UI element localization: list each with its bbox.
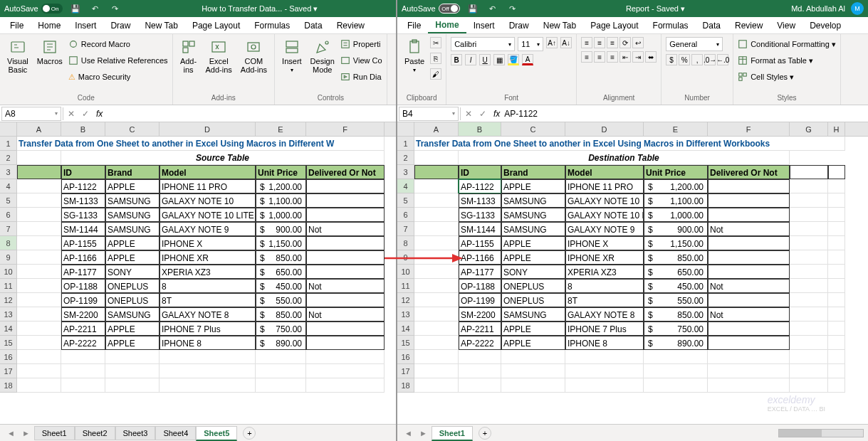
row-header-6[interactable]: 6	[397, 208, 414, 222]
row-header-10[interactable]: 10	[397, 265, 414, 279]
data-cell[interactable]: SAMSUNG	[105, 193, 160, 208]
empty-cell[interactable]	[105, 378, 160, 393]
row-header-17[interactable]: 17	[397, 364, 414, 378]
data-cell[interactable]: IPHONE 11 PRO	[160, 179, 256, 193]
col-header-B[interactable]: B	[61, 122, 105, 136]
ribbon-tab-review[interactable]: Review	[728, 18, 770, 33]
orientation-icon[interactable]: ⟳	[619, 37, 631, 48]
row-header-9[interactable]: 9	[397, 250, 414, 265]
record-macro-button[interactable]: Record Macro	[68, 37, 168, 51]
empty-cell[interactable]	[160, 364, 256, 378]
col-header-B[interactable]: B	[459, 122, 501, 136]
conditional-formatting-button[interactable]: Conditional Formatting ▾	[738, 37, 836, 51]
row-header-12[interactable]: 12	[397, 293, 414, 307]
data-cell[interactable]: 8	[160, 279, 256, 293]
data-cell[interactable]: GALAXY NOTE 10 L	[565, 208, 644, 222]
data-cell[interactable]: 8T	[565, 293, 644, 307]
data-cell[interactable]: IPHONE X	[160, 236, 256, 250]
row-header-7[interactable]: 7	[397, 222, 414, 236]
row-header-10[interactable]: 10	[0, 265, 17, 279]
wrap-text-icon[interactable]: ↩	[632, 37, 644, 48]
data-cell[interactable]: IPHONE XR	[565, 250, 644, 265]
data-cell[interactable]	[708, 208, 790, 222]
underline-icon[interactable]: U	[479, 54, 491, 65]
data-cell[interactable]: IPHONE X	[565, 236, 644, 250]
col-header-C[interactable]: C	[501, 122, 565, 136]
empty-cell[interactable]	[790, 364, 828, 378]
data-cell[interactable]: AP-1177	[459, 265, 501, 279]
data-cell[interactable]: SAMSUNG	[105, 222, 160, 236]
empty-cell[interactable]	[790, 350, 828, 364]
sheet-tab-sheet3[interactable]: Sheet3	[115, 426, 156, 440]
empty-cell[interactable]	[501, 364, 565, 378]
enter-formula-icon[interactable]: ✓	[479, 109, 489, 119]
ribbon-tab-page-layout[interactable]: Page Layout	[583, 18, 645, 33]
data-cell[interactable]: AP-1122	[459, 179, 501, 193]
empty-cell[interactable]	[306, 364, 385, 378]
left-grid[interactable]: ABCDEF 1Transfer Data from One Sheet to …	[0, 122, 396, 424]
empty-cell[interactable]	[17, 378, 61, 393]
fill-color-icon[interactable]: 🪣	[508, 54, 519, 65]
empty-cell[interactable]	[105, 350, 160, 364]
macros-button[interactable]: Macros	[34, 37, 66, 67]
row-header-18[interactable]: 18	[397, 378, 414, 393]
insert-control-button[interactable]: Insert▾	[279, 37, 305, 75]
empty-cell[interactable]	[644, 350, 708, 364]
data-cell[interactable]	[306, 208, 385, 222]
com-addins-button[interactable]: COM Add-ins	[238, 37, 270, 75]
data-cell[interactable]: OP-1199	[459, 293, 501, 307]
empty-cell[interactable]	[501, 378, 565, 393]
ribbon-tab-data[interactable]: Data	[297, 18, 329, 33]
data-cell[interactable]: $1,200.00	[644, 179, 708, 193]
ribbon-tab-draw[interactable]: Draw	[103, 18, 137, 33]
empty-cell[interactable]	[414, 364, 459, 378]
row-header-14[interactable]: 14	[0, 322, 17, 336]
empty-cell[interactable]	[414, 378, 459, 393]
empty-cell[interactable]	[17, 364, 61, 378]
sheet-tab-sheet1[interactable]: Sheet1	[432, 426, 473, 441]
empty-cell[interactable]	[160, 378, 256, 393]
data-cell[interactable]: APPLE	[501, 336, 565, 350]
decrease-indent-icon[interactable]: ⇤	[619, 51, 631, 63]
row-header-16[interactable]: 16	[0, 350, 17, 364]
align-middle-icon[interactable]: ≡	[594, 37, 605, 48]
data-cell[interactable]: AP-2222	[61, 336, 105, 350]
data-cell[interactable]: IPHONE 11 PRO	[565, 179, 644, 193]
align-center-icon[interactable]: ≡	[594, 51, 605, 63]
col-header-D[interactable]: D	[160, 122, 256, 136]
undo-icon[interactable]: ↶	[486, 1, 500, 16]
currency-icon[interactable]: $	[666, 54, 677, 65]
data-cell[interactable]: APPLE	[501, 322, 565, 336]
data-cell[interactable]: ONEPLUS	[501, 279, 565, 293]
data-cell[interactable]: ONEPLUS	[105, 293, 160, 307]
ribbon-tab-page-layout[interactable]: Page Layout	[185, 18, 247, 33]
data-cell[interactable]	[306, 322, 385, 336]
data-cell[interactable]	[306, 265, 385, 279]
data-cell[interactable]: $1,150.00	[256, 236, 306, 250]
fx-icon[interactable]: fx	[96, 109, 103, 119]
undo-icon[interactable]: ↶	[88, 1, 103, 16]
row-header-8[interactable]: 8	[397, 236, 414, 250]
user-avatar[interactable]: M	[851, 2, 864, 15]
data-cell[interactable]: APPLE	[501, 179, 565, 193]
data-cell[interactable]: AP-1155	[459, 236, 501, 250]
ribbon-tab-new-tab[interactable]: New Tab	[137, 18, 184, 33]
ribbon-tab-view[interactable]: View	[770, 18, 802, 33]
data-cell[interactable]: $850.00	[644, 307, 708, 322]
macro-security-button[interactable]: ⚠Macro Security	[68, 70, 168, 84]
data-cell[interactable]: 8	[565, 279, 644, 293]
data-cell[interactable]: IPHONE 8	[565, 336, 644, 350]
col-header-E[interactable]: E	[644, 122, 708, 136]
view-code-button[interactable]: View Co	[340, 53, 382, 68]
data-cell[interactable]: APPLE	[105, 336, 160, 350]
empty-cell[interactable]	[644, 364, 708, 378]
increase-decimal-icon[interactable]: .0→	[704, 54, 716, 65]
data-cell[interactable]: APPLE	[105, 179, 160, 193]
data-cell[interactable]: APPLE	[501, 250, 565, 265]
data-cell[interactable]: SAMSUNG	[105, 208, 160, 222]
data-cell[interactable]: $1,000.00	[256, 208, 306, 222]
data-cell[interactable]	[306, 336, 385, 350]
row-header-13[interactable]: 13	[397, 307, 414, 322]
ribbon-tab-home[interactable]: Home	[428, 18, 466, 33]
empty-cell[interactable]	[306, 378, 385, 393]
